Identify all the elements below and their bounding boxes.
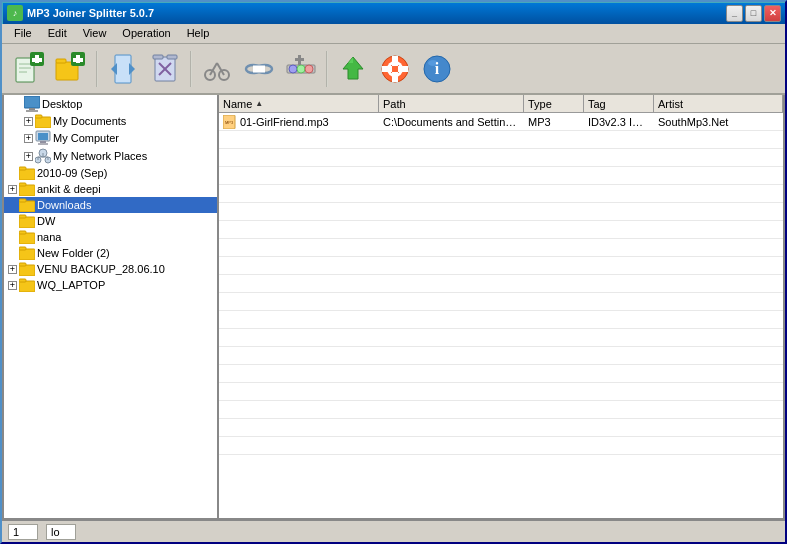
tree-expand-my-computer[interactable]: + [24,134,33,143]
folder-ankit-icon [19,182,35,196]
table-row [219,293,783,311]
tree-item-ankit[interactable]: + ankit & deepi [4,181,217,197]
svg-rect-12 [115,55,131,83]
tree-item-my-computer[interactable]: + My Computer [4,129,217,147]
app-icon: ♪ [7,5,23,21]
options-button[interactable] [282,49,320,89]
col-header-tag[interactable]: Tag [584,95,654,112]
help-button[interactable] [376,49,414,89]
toolbar: i [2,44,785,96]
svg-rect-53 [38,133,48,140]
download-button[interactable] [334,49,372,89]
scissors-button[interactable] [198,49,236,89]
tree-label-desktop: Desktop [42,98,82,110]
tree-expand-downloads [8,198,17,212]
table-row [219,275,783,293]
folder-nana-icon [19,230,35,244]
svg-rect-8 [56,59,66,63]
folder-wq-icon [19,278,35,292]
toolbar-sep-1 [96,51,98,87]
tree-item-new-folder[interactable]: New Folder (2) [4,245,217,261]
svg-rect-40 [382,66,392,72]
tree-panel: Desktop + My Documents + [4,95,219,518]
tree-item-desktop[interactable]: Desktop [4,95,217,113]
close-button[interactable]: ✕ [764,5,781,22]
svg-rect-16 [153,55,163,59]
menu-view[interactable]: View [75,25,115,41]
tree-expand-my-documents[interactable]: + [24,117,33,126]
col-header-name[interactable]: Name ▲ [219,95,379,112]
svg-rect-26 [253,65,265,73]
tree-label-my-network: My Network Places [53,150,147,162]
table-row[interactable]: MP3 01-GirlFriend.mp3 C:\Documents and S… [219,113,783,131]
table-row [219,437,783,455]
tree-label-ankit: ankit & deepi [37,183,101,195]
col-header-type[interactable]: Type [524,95,584,112]
svg-rect-78 [19,281,35,292]
tree-item-wq[interactable]: + WQ_LAPTOP [4,277,217,293]
minimize-button[interactable]: _ [726,5,743,22]
table-row [219,401,783,419]
tree-label-nana: nana [37,231,61,243]
tree-item-downloads[interactable]: Downloads [4,197,217,213]
tree-label-new-folder: New Folder (2) [37,247,110,259]
tree-expand-wq[interactable]: + [8,281,17,290]
svg-point-32 [305,65,313,73]
tree-expand-venu[interactable]: + [8,265,17,274]
menu-file[interactable]: File [6,25,40,41]
svg-marker-14 [129,63,135,75]
table-row [219,383,783,401]
network-icon [35,148,51,164]
tree-item-my-documents[interactable]: + My Documents [4,113,217,129]
col-header-path[interactable]: Path [379,95,524,112]
svg-marker-13 [111,63,117,75]
status-bar: 1 lo [2,520,785,542]
sort-arrow-name: ▲ [255,99,263,108]
toolbar-sep-3 [326,51,328,87]
svg-rect-74 [19,249,35,260]
table-row [219,365,783,383]
status-count: 1 [8,524,38,540]
col-header-artist[interactable]: Artist [654,95,783,112]
tree-expand-ankit[interactable]: + [8,185,17,194]
tree-item-venu[interactable]: + VENU BACKUP_28.06.10 [4,261,217,277]
tree-label-venu: VENU BACKUP_28.06.10 [37,263,165,275]
join-button[interactable] [240,49,278,89]
info-button[interactable]: i [418,49,456,89]
svg-rect-73 [19,231,26,234]
remove-button[interactable] [146,49,184,89]
toolbar-sep-2 [190,51,192,87]
table-row [219,257,783,275]
menu-edit[interactable]: Edit [40,25,75,41]
maximize-button[interactable]: □ [745,5,762,22]
svg-rect-55 [38,143,48,145]
svg-rect-75 [19,247,26,250]
tree-item-nana[interactable]: nana [4,229,217,245]
svg-rect-65 [19,167,26,170]
tree-label-wq: WQ_LAPTOP [37,279,105,291]
col-path-label: Path [383,98,406,110]
tree-item-dw[interactable]: DW [4,213,217,229]
svg-text:i: i [435,60,440,77]
status-info: lo [46,524,76,540]
tree-item-2010-09[interactable]: 2010-09 (Sep) [4,165,217,181]
menu-bar: File Edit View Operation Help [2,24,785,44]
svg-rect-34 [295,58,304,61]
folder-new-icon [19,246,35,260]
menu-help[interactable]: Help [179,25,218,41]
tree-label-2010-09: 2010-09 (Sep) [37,167,107,179]
add-folder-button[interactable] [52,49,90,89]
filename-1: 01-GirlFriend.mp3 [240,116,329,128]
tree-expand-desktop [8,97,22,111]
add-file-button[interactable] [10,49,48,89]
title-bar: ♪ MP3 Joiner Splitter 5.0.7 _ □ ✕ [2,2,785,24]
file-header: Name ▲ Path Type Tag Artist [219,95,783,113]
menu-operation[interactable]: Operation [114,25,178,41]
col-tag-label: Tag [588,98,606,110]
svg-rect-6 [32,58,42,62]
folder-venu-icon [19,262,35,276]
tree-item-my-network[interactable]: + My Network Places [4,147,217,165]
tree-expand-my-network[interactable]: + [24,152,33,161]
table-row [219,311,783,329]
split-button[interactable] [104,49,142,89]
